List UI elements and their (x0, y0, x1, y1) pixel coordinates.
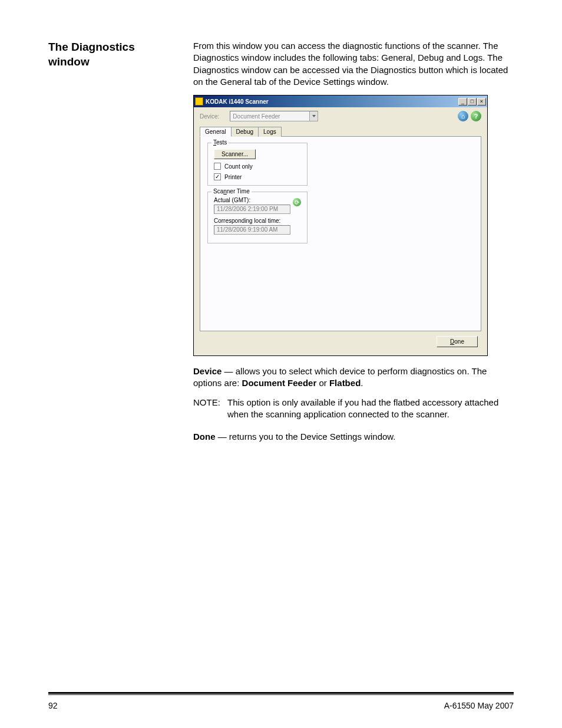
refresh-icon[interactable]: ⟳ (293, 198, 301, 206)
device-description: Device — allows you to select which devi… (193, 365, 514, 390)
done-button[interactable]: Done (437, 336, 478, 347)
close-button[interactable]: × (477, 98, 486, 106)
dropdown-button[interactable] (309, 111, 318, 121)
footer-rule (48, 692, 514, 695)
count-only-checkbox[interactable] (214, 163, 221, 170)
printer-checkbox[interactable] (214, 173, 221, 180)
actual-gmt-label: Actual (GMT): (214, 197, 301, 203)
chevron-down-icon (312, 115, 316, 117)
local-time-label: Corresponding local time: (214, 218, 301, 224)
minimize-button[interactable]: _ (458, 98, 467, 106)
local-time-field: 11/28/2006 9:19:00 AM (214, 225, 290, 235)
app-icon (195, 97, 203, 106)
tab-panel-general: Tests Scanner... Count only Printer (200, 137, 481, 331)
done-description: Done — returns you to the Device Setting… (193, 431, 514, 443)
scanner-button[interactable]: Scanner... (214, 149, 256, 159)
note-text: This option is only available if you had… (227, 397, 514, 421)
maximize-button[interactable]: □ (468, 98, 477, 106)
count-only-label: Count only (224, 163, 253, 170)
actual-gmt-field: 11/28/2006 2:19:00 PM (214, 205, 290, 214)
intro-paragraph: From this window you can access the diag… (193, 40, 514, 88)
device-select-value: Document Feeder (233, 113, 280, 120)
window-titlebar: KODAK i1440 Scanner _ □ × (194, 95, 487, 107)
tab-logs[interactable]: Logs (258, 127, 282, 137)
tab-debug[interactable]: Debug (231, 127, 259, 137)
page-footer: 92 A-61550 May 2007 (48, 701, 514, 710)
home-icon[interactable]: ⌂ (458, 111, 468, 121)
tab-general[interactable]: General (200, 127, 232, 137)
note-paragraph: NOTE: This option is only available if y… (193, 397, 514, 421)
note-label: NOTE: (193, 397, 224, 421)
tests-group-label: Tests (211, 139, 229, 146)
help-icon[interactable]: ? (471, 111, 481, 121)
scanner-time-groupbox: Scanner Time ⟳ Actual (GMT): 11/28/2006 … (207, 192, 308, 243)
doc-id: A-61550 May 2007 (444, 701, 514, 710)
device-label: Device: (200, 113, 219, 120)
page-number: 92 (48, 701, 58, 710)
printer-label: Printer (224, 174, 242, 180)
device-select[interactable]: Document Feeder (230, 111, 318, 121)
scanner-time-group-label: Scanner Time (211, 188, 252, 195)
window-title: KODAK i1440 Scanner (206, 98, 458, 105)
diagnostics-window: KODAK i1440 Scanner _ □ × Device: Docume… (193, 95, 488, 356)
section-heading: The Diagnostics window (48, 40, 176, 69)
tests-groupbox: Tests Scanner... Count only Printer (207, 143, 308, 186)
tab-strip: General Debug Logs (200, 126, 481, 137)
